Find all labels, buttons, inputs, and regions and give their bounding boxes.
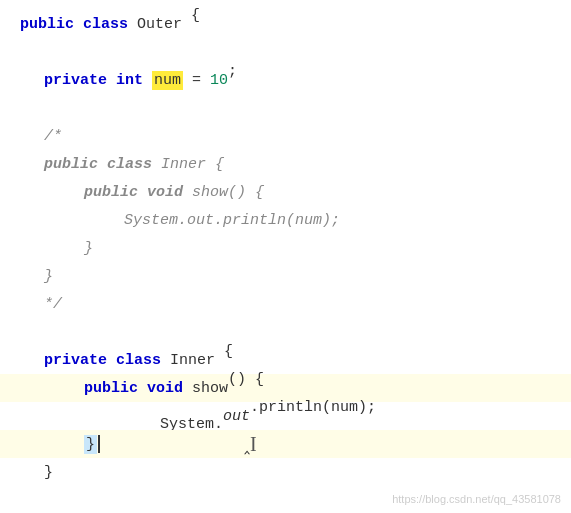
code-line-15: System.out.println(num); bbox=[0, 402, 571, 430]
code-line-1: public class Outer { bbox=[0, 10, 571, 38]
text-cursor bbox=[98, 435, 100, 453]
keyword-private-2: private bbox=[44, 352, 107, 369]
keyword-int: int bbox=[116, 72, 143, 89]
comment-class-brace-close: } bbox=[44, 268, 53, 285]
watermark: https://blog.csdn.net/qq_43581078 bbox=[392, 493, 561, 505]
code-line-3: private int num = 10; bbox=[0, 66, 571, 94]
code-line-16: } ‸I bbox=[0, 430, 571, 458]
keyword-class-2: class bbox=[116, 352, 161, 369]
code-line-14: public void show() { bbox=[0, 374, 571, 402]
comment-brace-close: } bbox=[84, 240, 93, 257]
code-line-10: } bbox=[0, 262, 571, 290]
classname-inner: Inner bbox=[170, 352, 215, 369]
code-line-8: System.out.println(num); bbox=[0, 206, 571, 234]
code-line-7: public void show() { bbox=[0, 178, 571, 206]
keyword-private: private bbox=[44, 72, 107, 89]
classname-outer: Outer bbox=[137, 16, 182, 33]
keyword-public: public bbox=[20, 16, 74, 33]
code-line-6: public class Inner { bbox=[0, 150, 571, 178]
brace-close-highlight: } bbox=[84, 435, 97, 454]
number-value: 10 bbox=[210, 72, 228, 89]
comment-show-method: public void show() { bbox=[84, 184, 264, 201]
code-line-4 bbox=[0, 94, 571, 122]
comment-class-inner: public class Inner { bbox=[44, 156, 224, 173]
code-line-13: private class Inner { bbox=[0, 346, 571, 374]
comment-close: */ bbox=[44, 296, 62, 313]
comment-open: /* bbox=[44, 128, 62, 145]
comment-println: System.out.println(num); bbox=[124, 212, 340, 229]
keyword-void: void bbox=[147, 380, 183, 397]
keyword-public-2: public bbox=[84, 380, 138, 397]
code-line-12 bbox=[0, 318, 571, 346]
code-line-11: */ bbox=[0, 290, 571, 318]
code-line-2 bbox=[0, 38, 571, 66]
method-out: out bbox=[223, 408, 250, 425]
method-show: show bbox=[192, 380, 228, 397]
keyword-class: class bbox=[83, 16, 128, 33]
code-line-9: } bbox=[0, 234, 571, 262]
code-line-5: /* bbox=[0, 122, 571, 150]
code-editor: public class Outer { private int num = 1… bbox=[0, 0, 571, 513]
code-line-17: } bbox=[0, 458, 571, 486]
variable-num: num bbox=[152, 71, 183, 90]
